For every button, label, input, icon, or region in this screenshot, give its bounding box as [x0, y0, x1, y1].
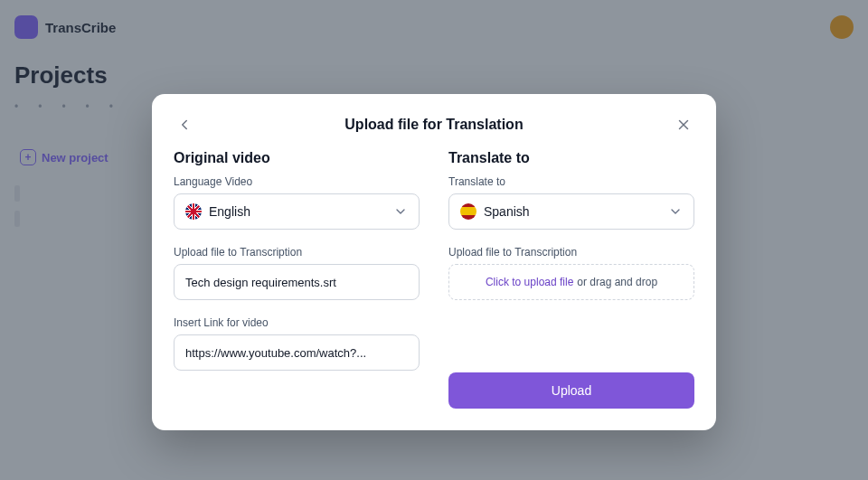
insert-link-label: Insert Link for video	[174, 316, 420, 329]
close-button[interactable]	[673, 114, 694, 136]
source-language-value: English	[209, 204, 250, 219]
source-language-select[interactable]: English	[174, 193, 420, 230]
uk-flag-icon	[185, 203, 202, 220]
modal-overlay[interactable]: Upload file for Translation Original vid…	[0, 0, 868, 480]
target-language-value: Spanish	[484, 204, 530, 219]
uploaded-file-name[interactable]: Tech design requirements.srt	[174, 264, 420, 300]
chevron-down-icon	[393, 204, 408, 219]
upload-dropzone[interactable]: Click to upload file or drag and drop	[448, 264, 694, 300]
close-icon	[675, 117, 692, 133]
target-upload-label: Upload file to Transcription	[448, 246, 694, 259]
chevron-down-icon	[668, 204, 683, 219]
upload-modal: Upload file for Translation Original vid…	[152, 94, 716, 430]
dropzone-rest-text: or drag and drop	[577, 276, 657, 288]
modal-title: Upload file for Translation	[195, 117, 673, 133]
target-language-select[interactable]: Spanish	[448, 193, 694, 230]
video-link-input[interactable]	[174, 334, 420, 371]
language-label: Language Video	[174, 175, 420, 188]
chevron-left-icon	[176, 117, 193, 133]
upload-file-label: Upload file to Transcription	[174, 246, 420, 259]
translate-to-section-title: Translate to	[448, 150, 694, 166]
es-flag-icon	[460, 203, 476, 220]
target-language-label: Translate to	[448, 175, 694, 188]
dropzone-click-text: Click to upload file	[486, 276, 573, 288]
upload-button[interactable]: Upload	[448, 372, 694, 409]
back-button[interactable]	[174, 114, 195, 136]
modal-header: Upload file for Translation	[174, 114, 694, 136]
original-video-section-title: Original video	[174, 150, 420, 166]
translate-to-column: Translate to Translate to Spanish Upload…	[448, 150, 694, 409]
file-name-text: Tech design requirements.srt	[185, 276, 336, 289]
original-video-column: Original video Language Video English Up…	[174, 150, 420, 409]
